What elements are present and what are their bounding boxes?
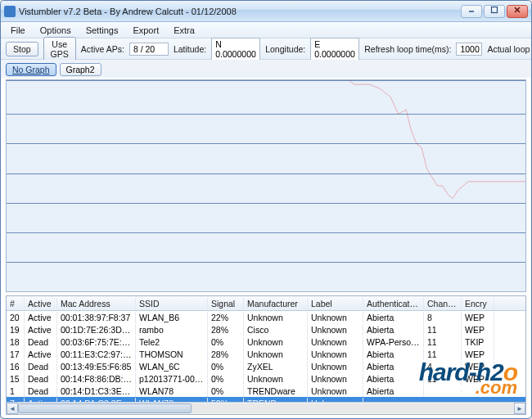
cell: 15 — [7, 373, 25, 385]
cell: 18 — [7, 336, 25, 348]
cell: WEP — [462, 324, 494, 336]
cell: 8 — [424, 312, 462, 323]
cell: Unknown — [244, 312, 308, 323]
cell: 28% — [208, 324, 244, 336]
cell: Abierta — [363, 361, 424, 372]
app-icon — [4, 6, 16, 17]
cell: TRENDware — [244, 385, 308, 397]
cell: Unknown — [244, 336, 308, 348]
cell: WEP — [462, 312, 494, 323]
toolbar: Stop Use GPS Active APs: 8 / 20 Latitude… — [1, 38, 531, 60]
horizontal-scrollbar[interactable]: ◄ ► — [7, 402, 525, 414]
scroll-right-button[interactable]: ► — [514, 403, 525, 414]
latitude-value: N 0.0000000 — [211, 38, 260, 61]
cell: Dead — [25, 336, 57, 348]
use-gps-button[interactable]: Use GPS — [43, 37, 76, 61]
cell: 28% — [208, 349, 244, 360]
network-table[interactable]: # Active Mac Address SSID Signal Manufac… — [6, 295, 526, 415]
col-manufacturer[interactable]: Manufacturer — [244, 298, 308, 309]
cell: 19 — [7, 324, 25, 336]
actual-loop-label: Actual loop time: — [487, 44, 532, 54]
cell: Abierta — [363, 312, 424, 323]
cell: Abierta — [363, 324, 424, 336]
cell: 00:14:F8:86:DB:02 — [57, 373, 136, 385]
tab-no-graph[interactable]: No Graph — [6, 63, 56, 76]
window-title: Vistumbler v7.2 Beta - By Andrew Calcutt… — [19, 7, 237, 16]
menu-settings[interactable]: Settings — [79, 24, 125, 37]
cell: 00:03:6F:75:7E:CC — [57, 336, 136, 348]
active-aps-value: 8 / 20 — [129, 43, 169, 56]
longitude-value: E 0.0000000 — [310, 38, 359, 61]
cell: 0% — [208, 385, 244, 397]
col-mac[interactable]: Mac Address — [57, 298, 136, 309]
stop-button[interactable]: Stop — [6, 42, 38, 56]
cell: 11 — [424, 336, 462, 348]
table-row[interactable]: 18Dead00:03:6F:75:7E:CCTele20%UnknownUnk… — [7, 336, 525, 348]
cell: WLAN_B6 — [136, 312, 208, 323]
table-row[interactable]: 1Dead00:14:D1:C3:3E:D9WLAN780%TRENDwareU… — [7, 385, 525, 397]
scroll-thumb[interactable] — [18, 403, 192, 413]
cell: Unknown — [308, 361, 363, 372]
cell: 4 — [424, 361, 462, 372]
tab-graph2[interactable]: Graph2 — [60, 63, 101, 76]
col-number[interactable]: # — [7, 298, 25, 309]
col-ssid[interactable]: SSID — [136, 298, 208, 309]
table-row[interactable]: 17Active00:11:E3:C2:97:BETHOMSON28%Unkno… — [7, 348, 525, 360]
col-channel[interactable]: Channel — [424, 298, 462, 309]
cell: Unknown — [244, 373, 308, 385]
cell: p12013771-0023 — [136, 373, 208, 385]
cell: Abierta — [363, 385, 424, 397]
menu-extra[interactable]: Extra — [167, 24, 201, 37]
col-encryption[interactable]: Encry — [462, 298, 494, 309]
cell: WLAN78 — [136, 385, 208, 397]
cell: Dead — [25, 385, 57, 397]
cell: Unknown — [244, 349, 308, 360]
cell: Unknown — [308, 312, 363, 323]
cell: ZyXEL — [244, 361, 308, 372]
col-label[interactable]: Label — [308, 298, 363, 309]
titlebar: Vistumbler v7.2 Beta - By Andrew Calcutt… — [1, 1, 531, 22]
menu-options[interactable]: Options — [34, 24, 78, 37]
cell — [462, 390, 494, 392]
table-body[interactable]: 20Active00:01:38:97:F8:37WLAN_B622%Unkno… — [7, 311, 525, 402]
cell: Active — [25, 324, 57, 336]
cell: 0% — [208, 373, 244, 385]
cell: WLAN_6C — [136, 361, 208, 372]
scroll-left-button[interactable]: ◄ — [7, 403, 18, 414]
refresh-loop-value[interactable]: 1000 — [456, 43, 482, 56]
menu-file[interactable]: File — [4, 24, 32, 37]
table-row[interactable]: 15Dead00:14:F8:86:DB:02p12013771-00230%U… — [7, 372, 525, 385]
cell: Dead — [25, 373, 57, 385]
table-row[interactable]: 19Active00:1D:7E:26:3D:04rambo28%CiscoUn… — [7, 323, 525, 336]
cell: 00:14:D1:C3:3E:D9 — [57, 385, 136, 397]
cell: Cisco — [244, 324, 308, 336]
latitude-label: Latitude: — [174, 44, 206, 54]
cell: 11 — [424, 324, 462, 336]
menubar: File Options Settings Export Extra — [1, 22, 531, 38]
svg-rect-1 — [492, 7, 498, 12]
graph-area[interactable] — [6, 79, 526, 292]
cell: WPA-Personal — [363, 336, 424, 348]
cell: 0% — [208, 336, 244, 348]
col-signal[interactable]: Signal — [208, 298, 244, 309]
cell: Abierta — [363, 373, 424, 385]
maximize-button[interactable] — [484, 5, 505, 18]
cell: 00:1D:7E:26:3D:04 — [57, 324, 136, 336]
close-button[interactable] — [507, 5, 528, 18]
active-aps-label: Active APs: — [81, 44, 124, 54]
col-active[interactable]: Active — [25, 298, 57, 309]
cell: WEP — [462, 373, 494, 385]
table-header: # Active Mac Address SSID Signal Manufac… — [7, 296, 525, 311]
cell: 00:13:49:E5:F6:85 — [57, 361, 136, 372]
table-row[interactable]: 20Active00:01:38:97:F8:37WLAN_B622%Unkno… — [7, 311, 525, 323]
cell: 11 — [424, 373, 462, 385]
cell: 11 — [424, 349, 462, 360]
col-auth[interactable]: Authentication — [363, 298, 424, 309]
cell: Unknown — [308, 349, 363, 360]
cell: THOMSON — [136, 349, 208, 360]
cell: Active — [25, 312, 57, 323]
cell: 22% — [208, 312, 244, 323]
minimize-button[interactable] — [461, 5, 482, 18]
menu-export[interactable]: Export — [126, 24, 165, 37]
table-row[interactable]: 16Dead00:13:49:E5:F6:85WLAN_6C0%ZyXELUnk… — [7, 360, 525, 372]
